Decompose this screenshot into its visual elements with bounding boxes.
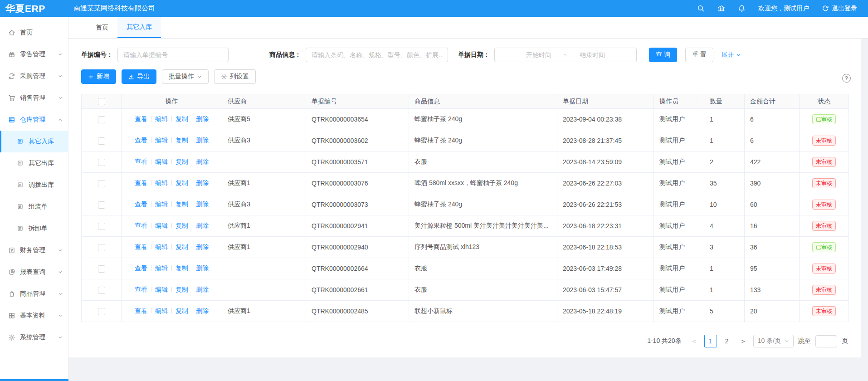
row-action-编辑[interactable]: 编辑 [155, 286, 168, 293]
row-action-删除[interactable]: 删除 [196, 158, 209, 165]
sidebar-item-14[interactable]: 系统管理 [0, 327, 68, 348]
tab-1[interactable]: 其它入库 [117, 17, 161, 38]
add-button[interactable]: 新增 [81, 69, 116, 84]
row-action-复制[interactable]: 复制 [176, 307, 188, 314]
bank-icon[interactable] [717, 5, 725, 12]
row-checkbox[interactable] [98, 287, 105, 294]
export-button-label: 导出 [137, 73, 150, 81]
row-action-复制[interactable]: 复制 [176, 264, 188, 272]
row-action-删除[interactable]: 删除 [196, 286, 209, 293]
row-action-删除[interactable]: 删除 [196, 179, 209, 186]
row-action-查看[interactable]: 查看 [135, 264, 147, 272]
sidebar-item-6[interactable]: 其它出库 [0, 152, 68, 174]
row-action-查看[interactable]: 查看 [135, 307, 147, 314]
reset-button[interactable]: 重 置 [685, 48, 713, 62]
row-action-复制[interactable]: 复制 [176, 137, 188, 144]
row-action-查看[interactable]: 查看 [135, 158, 147, 165]
column-settings-button[interactable]: 列设置 [214, 69, 256, 84]
row-action-删除[interactable]: 删除 [196, 137, 209, 144]
row-action-编辑[interactable]: 编辑 [155, 243, 168, 250]
row-checkbox[interactable] [98, 159, 105, 166]
row-action-编辑[interactable]: 编辑 [155, 158, 168, 165]
sidebar-item-2[interactable]: 采购管理 [0, 65, 68, 87]
finance-icon [8, 247, 15, 254]
date-range-picker[interactable]: ~ [494, 48, 637, 62]
notification-bell-icon[interactable] [738, 5, 746, 12]
row-action-查看[interactable]: 查看 [135, 200, 147, 208]
bill-no-input[interactable] [117, 48, 229, 62]
tab-0[interactable]: 首页 [87, 17, 117, 38]
sidebar-item-13[interactable]: 基本资料 [0, 305, 68, 327]
search-button[interactable]: 查 询 [649, 48, 677, 62]
sidebar-item-5[interactable]: 其它入库 [0, 131, 68, 152]
row-action-复制[interactable]: 复制 [176, 243, 188, 250]
row-action-复制[interactable]: 复制 [176, 286, 188, 293]
page-number-2[interactable]: 2 [721, 335, 733, 347]
search-icon[interactable] [697, 5, 705, 12]
sidebar-item-3[interactable]: 销售管理 [0, 87, 68, 109]
row-action-查看[interactable]: 查看 [135, 243, 147, 250]
select-all-checkbox[interactable] [98, 98, 105, 105]
row-action-删除[interactable]: 删除 [196, 200, 209, 208]
row-action-查看[interactable]: 查看 [135, 115, 147, 122]
table-row: 查看编辑复制删除QTRK00000003571衣服2023-08-14 23:5… [82, 151, 849, 173]
row-action-删除[interactable]: 删除 [196, 307, 209, 314]
product-info-input[interactable] [306, 48, 448, 62]
row-action-编辑[interactable]: 编辑 [155, 264, 168, 272]
row-action-复制[interactable]: 复制 [176, 222, 188, 229]
row-checkbox[interactable] [98, 223, 105, 230]
row-action-编辑[interactable]: 编辑 [155, 307, 168, 314]
toolbar: 新增 导出 批量操作 列设置 [81, 69, 848, 84]
sidebar-item-0[interactable]: 首页 [0, 22, 68, 44]
row-checkbox[interactable] [98, 308, 105, 315]
row-checkbox[interactable] [98, 201, 105, 209]
row-action-编辑[interactable]: 编辑 [155, 222, 168, 229]
row-action-删除[interactable]: 删除 [196, 222, 209, 229]
sidebar-item-7[interactable]: 调拨出库 [0, 174, 68, 196]
row-checkbox[interactable] [98, 116, 105, 123]
row-action-删除[interactable]: 删除 [196, 264, 209, 272]
sidebar-item-1[interactable]: 零售管理 [0, 44, 68, 65]
prev-page-button[interactable]: < [689, 335, 700, 347]
sidebar-item-4[interactable]: 仓库管理 [0, 109, 68, 131]
cell-qty: 1 [704, 258, 745, 279]
sidebar-item-12[interactable]: 商品管理 [0, 283, 68, 305]
sidebar-item-11[interactable]: 报表查询 [0, 261, 68, 283]
row-action-复制[interactable]: 复制 [176, 179, 188, 186]
expand-link[interactable]: 展开 [722, 51, 741, 59]
product-info-label: 商品信息： [269, 51, 301, 59]
row-checkbox[interactable] [98, 265, 105, 273]
cell-status: 未审核 [800, 173, 849, 194]
next-page-button[interactable]: > [738, 335, 749, 347]
jump-page-input[interactable] [815, 335, 837, 347]
row-action-查看[interactable]: 查看 [135, 286, 147, 293]
row-action-复制[interactable]: 复制 [176, 115, 188, 122]
batch-actions-button[interactable]: 批量操作 [162, 69, 209, 84]
date-start-input[interactable] [518, 51, 559, 59]
row-checkbox[interactable] [98, 137, 105, 145]
sidebar-item-9[interactable]: 拆卸单 [0, 218, 68, 239]
logout-button[interactable]: 退出登录 [822, 5, 857, 13]
help-icon[interactable]: ? [842, 74, 851, 83]
row-action-复制[interactable]: 复制 [176, 200, 188, 208]
row-action-删除[interactable]: 删除 [196, 115, 209, 122]
page-number-1[interactable]: 1 [704, 335, 717, 347]
row-checkbox-cell [82, 109, 122, 130]
row-checkbox[interactable] [98, 180, 105, 187]
date-end-input[interactable] [572, 51, 613, 59]
row-action-编辑[interactable]: 编辑 [155, 115, 168, 122]
row-action-编辑[interactable]: 编辑 [155, 137, 168, 144]
row-action-编辑[interactable]: 编辑 [155, 179, 168, 186]
row-action-查看[interactable]: 查看 [135, 222, 147, 229]
sidebar-item-8[interactable]: 组装单 [0, 196, 68, 218]
row-action-删除[interactable]: 删除 [196, 243, 209, 250]
row-action-查看[interactable]: 查看 [135, 179, 147, 186]
page-size-select[interactable]: 10 条/页 [753, 335, 794, 347]
sidebar-item-10[interactable]: 财务管理 [0, 239, 68, 261]
export-button[interactable]: 导出 [122, 69, 156, 84]
row-action-编辑[interactable]: 编辑 [155, 200, 168, 208]
row-checkbox[interactable] [98, 244, 105, 251]
cell-date: 2023-06-03 17:49:28 [557, 258, 654, 279]
row-action-查看[interactable]: 查看 [135, 137, 147, 144]
row-action-复制[interactable]: 复制 [176, 158, 188, 165]
